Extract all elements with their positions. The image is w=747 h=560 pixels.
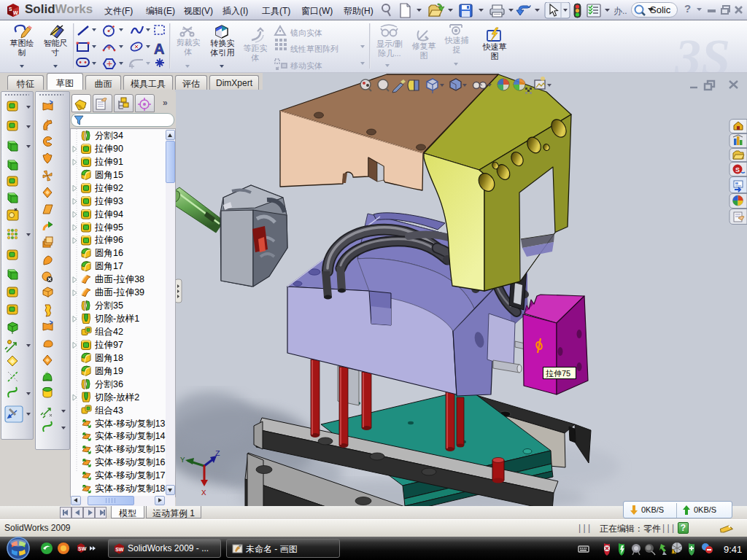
svg-text:3S: 3S [674, 28, 730, 72]
svg-text:拉伸90: 拉伸90 [94, 144, 123, 154]
svg-text:拉伸96: 拉伸96 [94, 235, 123, 245]
svg-text:圆角18: 圆角18 [95, 353, 123, 363]
svg-text:实体-移动/复制15: 实体-移动/复制15 [95, 444, 166, 454]
svg-text:办..: 办.. [614, 6, 627, 16]
svg-text:!: ! [673, 550, 675, 554]
svg-text:圆角19: 圆角19 [95, 366, 123, 376]
svg-text:圆角17: 圆角17 [95, 261, 123, 271]
svg-text:S: S [9, 7, 12, 12]
svg-text:SW: SW [78, 546, 87, 551]
svg-text:拉伸92: 拉伸92 [94, 183, 123, 193]
svg-text:W: W [13, 10, 18, 15]
svg-text:实体-移动/复制13: 实体-移动/复制13 [95, 419, 166, 429]
svg-text:圆角16: 圆角16 [95, 248, 123, 258]
svg-text:拉伸97: 拉伸97 [94, 340, 123, 350]
svg-text:9:41: 9:41 [724, 544, 742, 555]
svg-text:切除-放样1: 切除-放样1 [94, 314, 139, 324]
svg-text:实体-移动/复制18: 实体-移动/复制18 [95, 483, 166, 494]
svg-text:拉伸95: 拉伸95 [94, 222, 123, 233]
svg-text:圆角15: 圆角15 [95, 170, 123, 180]
svg-text:曲面-拉伸38: 曲面-拉伸38 [95, 274, 144, 284]
svg-text:分割36: 分割36 [95, 379, 123, 389]
svg-text:拉伸75: 拉伸75 [546, 369, 570, 378]
svg-text:实体-移动/复制16: 实体-移动/复制16 [95, 457, 166, 467]
svg-text:组合43: 组合43 [95, 405, 123, 416]
svg-text:拉伸94: 拉伸94 [94, 209, 123, 219]
svg-text:曲面-拉伸39: 曲面-拉伸39 [95, 287, 144, 298]
svg-text:S: S [735, 166, 740, 174]
svg-text:A: A [154, 41, 164, 57]
svg-text:X: X [201, 489, 206, 497]
svg-text:分割35: 分割35 [95, 300, 123, 311]
svg-text:拉伸91: 拉伸91 [94, 157, 123, 167]
svg-text:实体-移动/复制17: 实体-移动/复制17 [95, 470, 166, 481]
svg-text:拉伸93: 拉伸93 [94, 196, 123, 206]
svg-text:SW: SW [115, 547, 124, 552]
svg-text:切除-放样2: 切除-放样2 [94, 392, 139, 402]
svg-text:分割34: 分割34 [95, 131, 123, 141]
svg-text:Y: Y [180, 456, 185, 464]
svg-text:组合42: 组合42 [95, 327, 123, 337]
svg-text:实体-移动/复制14: 实体-移动/复制14 [95, 431, 166, 441]
svg-text:Z: Z [215, 449, 220, 458]
